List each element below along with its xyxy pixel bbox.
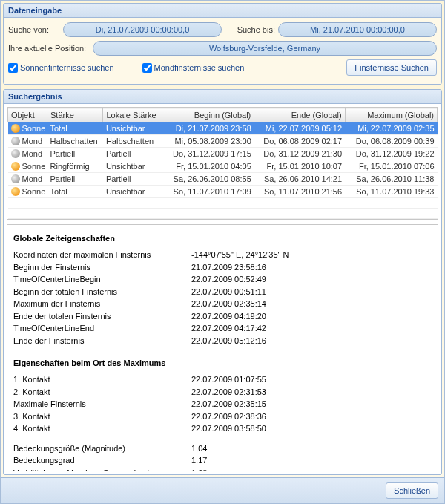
table-row[interactable]: SonneTotalUnsichtbarDi, 21.07.2009 23:58… xyxy=(8,122,438,135)
table-row[interactable]: SonneTotalUnsichtbarSo, 11.07.2010 17:09… xyxy=(8,186,438,198)
moon-eclipse-checkbox[interactable]: Mondfinsternisse suchen xyxy=(142,63,245,73)
col-strength[interactable]: Stärke xyxy=(47,108,103,122)
table-row[interactable]: MondPartiellPartiellDo, 31.12.2009 17:15… xyxy=(8,148,438,160)
property-row: 1. Kontakt22.07.2009 01:07:55 xyxy=(13,373,432,386)
property-row: 3. Kontakt22.07.2009 02:38:36 xyxy=(13,410,432,423)
table-row[interactable]: MondHalbschattenHalbschattenMi, 05.08.20… xyxy=(8,135,438,148)
col-max[interactable]: Maximum (Global) xyxy=(345,108,437,122)
property-row: TimeOfCenterLineEnd22.07.2009 04:17:42 xyxy=(13,322,432,335)
col-end[interactable]: Ende (Global) xyxy=(254,108,345,122)
result-panel: Suchergebnis Objekt Stärke Lokale Stärke… xyxy=(3,89,442,475)
search-button[interactable]: Finsternisse Suchen xyxy=(346,59,437,76)
position-label: Ihre aktuelle Position: xyxy=(8,44,90,53)
table-row[interactable]: MondPartiellPartiellSa, 26.06.2010 08:55… xyxy=(8,173,438,186)
max-location-heading: Eigenschaften beim Ort des Maximums xyxy=(13,359,432,367)
footer: Schließen xyxy=(1,477,444,503)
sun-eclipse-check[interactable] xyxy=(8,63,18,73)
global-time-heading: Globale Zeiteigenschaften xyxy=(13,234,432,243)
date-to-input[interactable]: Mi, 21.07.2010 00:00:00,0 xyxy=(278,22,437,37)
property-row: 4. Kontakt22.07.2009 03:58:50 xyxy=(13,422,432,435)
moon-icon xyxy=(11,149,20,158)
property-row: Bedeckungsgrad1,17 xyxy=(13,454,432,467)
col-begin[interactable]: Beginn (Global) xyxy=(162,108,254,122)
date-from-input[interactable]: Di, 21.07.2009 00:00:00,0 xyxy=(63,22,222,37)
moon-icon xyxy=(11,174,20,183)
sun-eclipse-checkbox[interactable]: Sonnenfinternisse suchen xyxy=(8,63,114,73)
sun-icon xyxy=(11,187,20,196)
property-row: Ende der Finsternis22.07.2009 05:12:16 xyxy=(13,335,432,347)
property-row: Koordinaten der maximalen Finsternis-144… xyxy=(13,249,432,261)
property-row: Verhältnis von Mond- zu Sonnendurchmesse… xyxy=(13,467,432,472)
table-row xyxy=(8,209,438,219)
col-object[interactable]: Objekt xyxy=(8,108,47,122)
property-row: Beginn der Finsternis21.07.2009 23:58:16 xyxy=(13,261,432,274)
property-row: Beginn der totalen Finsternis22.07.2009 … xyxy=(13,286,432,298)
table-row[interactable]: SonneRingförmigUnsichtbarFr, 15.01.2010 … xyxy=(8,160,438,173)
table-row xyxy=(8,198,438,209)
sun-icon xyxy=(11,162,20,171)
property-row: Ende der totalen Finsternis22.07.2009 04… xyxy=(13,310,432,323)
property-row: 2. Kontakt22.07.2009 02:31:53 xyxy=(13,386,432,399)
input-title: Dateneingabe xyxy=(4,4,441,18)
property-row: TimeOfCenterLineBegin22.07.2009 00:52:49 xyxy=(13,273,432,286)
property-row: Maximum der Finsternis22.07.2009 02:35:1… xyxy=(13,298,432,310)
search-from-label: Suche von: xyxy=(8,25,60,34)
col-local-strength[interactable]: Lokale Stärke xyxy=(103,108,162,122)
close-button[interactable]: Schließen xyxy=(386,482,438,499)
result-title: Suchergebnis xyxy=(4,90,441,104)
details-pane: Globale Zeiteigenschaften Koordinaten de… xyxy=(7,224,438,471)
property-row: Bedeckungsgröße (Magnitude)1,04 xyxy=(13,442,432,455)
result-table: Objekt Stärke Lokale Stärke Beginn (Glob… xyxy=(7,107,438,220)
input-panel: Dateneingabe Suche von: Di, 21.07.2009 0… xyxy=(3,3,442,85)
search-to-label: Suche bis: xyxy=(231,25,275,34)
moon-eclipse-check[interactable] xyxy=(142,63,152,73)
sun-icon xyxy=(11,124,20,133)
moon-icon xyxy=(11,137,20,145)
property-row: Maximale Finsternis22.07.2009 02:35:15 xyxy=(13,398,432,410)
position-input[interactable]: Wolfsburg-Vorsfelde, Germany xyxy=(93,41,437,56)
